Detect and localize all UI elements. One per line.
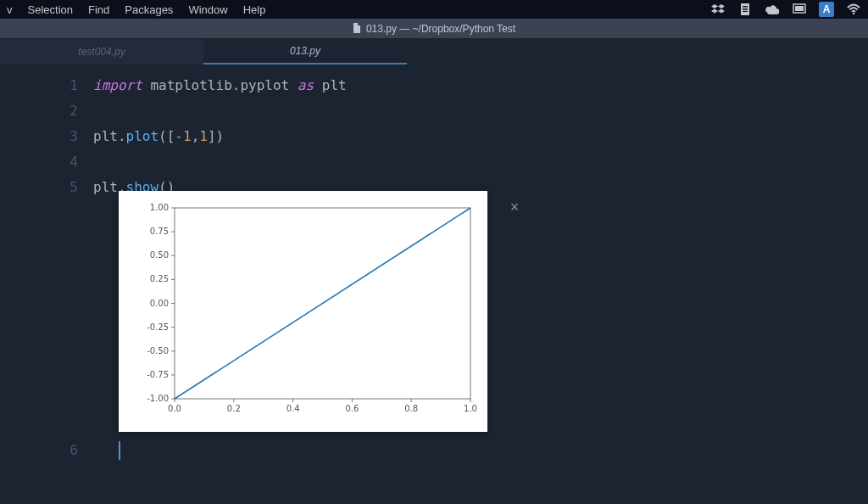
line-number: 5 [0, 175, 78, 200]
line-number-gutter: 6 [0, 438, 93, 463]
line-chart: -1.00-0.75-0.50-0.250.000.250.500.751.00… [127, 199, 479, 420]
svg-rect-3 [743, 9, 748, 10]
window-title: 013.py — ~/Dropbox/Python Test [366, 23, 515, 35]
svg-rect-2 [743, 8, 748, 8]
code-line[interactable]: import matplotlib.pyplot as plt [93, 73, 347, 98]
menu-window[interactable]: Window [188, 3, 227, 16]
tab-013[interactable]: 013.py [203, 39, 407, 64]
line-number: 1 [0, 73, 78, 98]
svg-text:0.00: 0.00 [150, 299, 169, 308]
code-line[interactable] [93, 98, 347, 124]
dropbox-icon[interactable] [710, 2, 726, 17]
tab-label: test004.py [78, 46, 125, 58]
svg-text:-1.00: -1.00 [147, 394, 169, 403]
line-number: 4 [0, 149, 78, 175]
wifi-icon[interactable] [846, 2, 861, 17]
line-number-gutter: 12345 [0, 73, 93, 200]
menu-packages[interactable]: Packages [125, 3, 173, 16]
svg-text:-0.75: -0.75 [147, 370, 169, 379]
svg-text:0.25: 0.25 [150, 274, 169, 283]
tab-label: 013.py [290, 45, 320, 57]
svg-text:0.75: 0.75 [150, 227, 169, 236]
svg-point-7 [853, 13, 854, 14]
editor-area[interactable]: 12345 import matplotlib.pyplot as plt pl… [0, 64, 868, 200]
menu-bar: v Selection Find Packages Window Help A [0, 0, 868, 19]
tab-test004[interactable]: test004.py [0, 39, 203, 64]
file-icon [353, 23, 361, 35]
menu-selection[interactable]: Selection [28, 3, 73, 16]
svg-rect-6 [795, 6, 804, 11]
close-plot-button[interactable]: × [504, 197, 525, 217]
svg-text:0.8: 0.8 [404, 404, 418, 413]
menu-view[interactable]: v [7, 3, 13, 16]
svg-text:0.50: 0.50 [150, 250, 169, 260]
menu-help[interactable]: Help [243, 3, 266, 16]
a-indicator-icon[interactable]: A [819, 2, 834, 17]
code-line[interactable] [93, 149, 347, 175]
svg-text:-0.50: -0.50 [147, 346, 169, 356]
svg-rect-1 [743, 6, 748, 7]
line-number: 2 [0, 98, 78, 124]
line-number: 3 [0, 124, 78, 149]
window-titlebar: 013.py — ~/Dropbox/Python Test [0, 19, 868, 39]
menu-bar-left: v Selection Find Packages Window Help [7, 3, 265, 16]
svg-rect-4 [743, 11, 748, 12]
svg-text:0.6: 0.6 [345, 404, 359, 413]
svg-text:0.0: 0.0 [168, 404, 181, 413]
tab-bar: test004.py 013.py [0, 39, 868, 64]
screen-icon[interactable] [792, 2, 807, 17]
code-content[interactable]: import matplotlib.pyplot as plt plt.plot… [93, 73, 347, 200]
clipboard-icon[interactable] [737, 2, 753, 17]
menu-bar-right: A [710, 2, 861, 17]
svg-text:0.2: 0.2 [227, 404, 241, 413]
svg-text:-0.25: -0.25 [147, 322, 169, 332]
svg-text:1.0: 1.0 [464, 404, 477, 413]
cloud-icon[interactable] [765, 2, 780, 17]
code-line[interactable]: plt.plot([-1,1]) [93, 124, 347, 149]
svg-text:0.4: 0.4 [287, 404, 300, 413]
text-cursor [119, 441, 120, 460]
menu-find[interactable]: Find [88, 3, 109, 16]
plot-output: -1.00-0.75-0.50-0.250.000.250.500.751.00… [119, 191, 487, 432]
line-number: 6 [0, 438, 78, 463]
svg-text:1.00: 1.00 [150, 203, 169, 212]
